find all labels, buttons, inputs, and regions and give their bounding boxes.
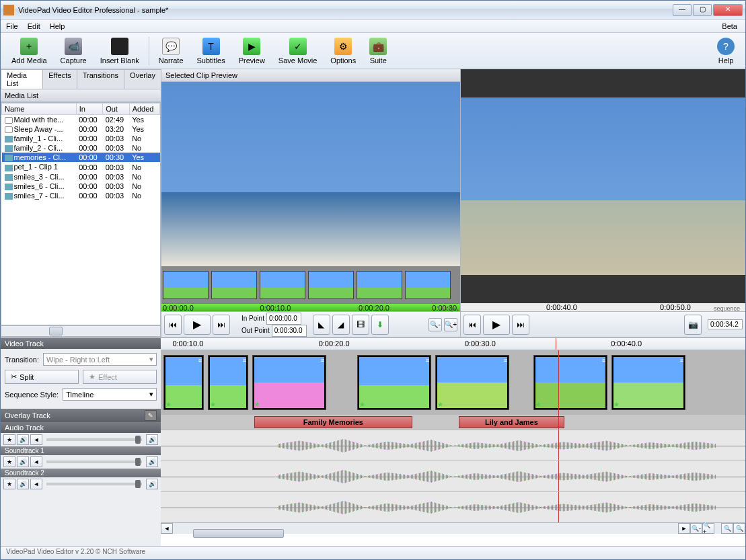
col-added[interactable]: Added (129, 104, 159, 115)
col-name[interactable]: Name (2, 104, 77, 115)
clip-add-button[interactable]: ⬇ (371, 315, 389, 335)
zoom-out-icon[interactable]: 🔍- (428, 318, 442, 331)
out-point-value[interactable]: 0:00:30.0 (272, 325, 307, 337)
speaker-icon[interactable]: 🔊 (17, 434, 29, 445)
capture-button[interactable]: 📹Capture (54, 36, 94, 66)
overlay-clip[interactable]: Family Memories (254, 416, 412, 428)
add-media-button[interactable]: ＋Add Media (5, 36, 54, 66)
maximize-button[interactable]: ▢ (693, 4, 712, 16)
timeline-scrollbar[interactable]: ◄ ► 🔍- 🔍+ 🔍 🔍 (161, 522, 745, 534)
save-movie-button[interactable]: ✓Save Movie (272, 36, 324, 66)
menu-edit[interactable]: Edit (28, 22, 40, 30)
titlebar[interactable]: VideoPad Video Editor Professional - sam… (1, 1, 745, 19)
seq-style-select[interactable]: Timeline▾ (63, 388, 157, 401)
set-in-button[interactable]: ◣ (313, 315, 330, 335)
media-row[interactable]: Maid with the...00:0002:49Yes (2, 115, 160, 125)
zoom-in-icon[interactable]: 🔍+ (444, 318, 457, 331)
insert-blank-button[interactable]: Insert Blank (94, 36, 146, 66)
zoom-in-icon[interactable]: 🔍+ (702, 523, 714, 534)
playhead[interactable] (558, 350, 559, 415)
star-icon[interactable]: ★ (3, 479, 15, 489)
media-row[interactable]: family_2 - Cli...00:0000:03No (2, 143, 160, 153)
scroll-right-icon[interactable]: ► (678, 523, 690, 534)
soundtrack-2-lane[interactable] (161, 491, 745, 522)
thumb-item[interactable] (357, 271, 402, 299)
media-table[interactable]: Name In Out Added Maid with the...00:000… (1, 102, 161, 325)
media-row[interactable]: smiles_7 - Cli...00:0000:03No (2, 191, 160, 200)
speaker-icon[interactable]: 🔊 (17, 479, 29, 489)
menu-file[interactable]: File (6, 22, 18, 30)
volume-slider[interactable] (46, 461, 142, 463)
video-clip[interactable]: ★≡ (357, 355, 431, 410)
scroll-left-icon[interactable]: ◄ (161, 523, 173, 534)
volume-slider[interactable] (46, 438, 142, 441)
zoom-out-icon[interactable]: 🔍- (690, 523, 702, 534)
overlay-clip[interactable]: Lily and James (459, 416, 564, 428)
narrate-button[interactable]: 💬Narrate (152, 36, 190, 66)
col-out[interactable]: Out (103, 104, 129, 115)
media-row[interactable]: pet_1 - Clip 100:0000:03No (2, 162, 160, 171)
in-point-value[interactable]: 0:00:00.0 (266, 313, 301, 325)
media-row[interactable]: family_1 - Cli...00:0000:03No (2, 134, 160, 143)
timeline-ruler[interactable]: 0:00:10.0 0:00:20.0 0:00:30.0 0:00:40.0 (161, 338, 745, 350)
video-clip[interactable]: ★≡ (252, 355, 326, 410)
overlay-edit-icon[interactable]: ✎ (145, 410, 157, 421)
volume-slider[interactable] (46, 483, 142, 485)
preview-button[interactable]: ▶Preview (232, 36, 272, 66)
soundtrack-1-lane[interactable] (161, 461, 745, 491)
col-in[interactable]: In (76, 104, 102, 115)
vol-min-icon[interactable]: ◄ (30, 456, 42, 467)
seq-play-button[interactable]: ▶ (483, 315, 510, 335)
options-button[interactable]: ⚙Options (324, 36, 363, 66)
sequence-preview-video[interactable] (461, 69, 745, 303)
seq-prev-button[interactable]: ⏮ (463, 315, 481, 335)
seq-next-button[interactable]: ⏭ (512, 315, 529, 335)
vol-max-icon[interactable]: 🔊 (146, 479, 158, 489)
minimize-button[interactable]: — (673, 4, 692, 16)
media-row[interactable]: smiles_6 - Cli...00:0000:03No (2, 182, 160, 191)
playhead[interactable] (558, 415, 559, 430)
speaker-icon[interactable]: 🔊 (17, 456, 29, 467)
vol-min-icon[interactable]: ◄ (30, 434, 42, 445)
clip-effect-button[interactable]: 🎞 (352, 315, 369, 335)
video-clip[interactable]: ★≡ (163, 355, 204, 410)
tab-effects[interactable]: Effects (42, 69, 77, 89)
playhead-marker[interactable] (556, 338, 556, 350)
vol-max-icon[interactable]: 🔊 (146, 434, 158, 445)
media-row[interactable]: memories - Cl...00:0000:30Yes (2, 153, 160, 162)
thumb-item[interactable] (260, 271, 305, 299)
clip-timebar[interactable]: 0:00:00.0 0:00:10.0 0:00:20.0 0:00:30. (161, 303, 460, 311)
close-button[interactable]: ✕ (713, 4, 743, 16)
set-out-button[interactable]: ◢ (332, 315, 350, 335)
help-button[interactable]: ?Help (710, 36, 741, 66)
media-row[interactable]: smiles_3 - Cli...00:0000:03No (2, 172, 160, 182)
video-clip[interactable]: ★≡ (533, 355, 607, 410)
clip-next-button[interactable]: ⏭ (213, 315, 230, 335)
effect-button[interactable]: ★Effect (83, 370, 157, 384)
clip-preview-video[interactable] (161, 82, 460, 266)
clip-prev-button[interactable]: ⏮ (164, 315, 182, 335)
tab-media-list[interactable]: Media List (1, 69, 43, 89)
vol-min-icon[interactable]: ◄ (30, 479, 42, 489)
thumb-item[interactable] (405, 271, 451, 299)
star-icon[interactable]: ★ (3, 434, 15, 445)
subtitles-button[interactable]: TSubtitles (190, 36, 232, 66)
transition-select[interactable]: Wipe - Right to Left▾ (43, 353, 157, 366)
split-button[interactable]: ✂Split (5, 370, 79, 384)
star-icon[interactable]: ★ (3, 456, 15, 467)
zoom-all-icon[interactable]: 🔍 (733, 523, 745, 534)
suite-button[interactable]: 💼Suite (363, 36, 394, 66)
audio-track-lane[interactable] (161, 430, 745, 461)
tab-overlay[interactable]: Overlay (124, 69, 161, 89)
clip-play-button[interactable]: ▶ (184, 315, 211, 335)
overlay-track[interactable]: Family Memories Lily and James (161, 415, 745, 430)
sequence-timebar[interactable]: 0:00:40.0 0:00:50.0 (461, 303, 745, 311)
video-track[interactable]: ★≡ ★≡ ★≡ ★≡ ★≡ ★≡ ★≡ (161, 350, 745, 415)
clip-thumbstrip[interactable] (161, 266, 460, 303)
video-clip[interactable]: ★≡ (435, 355, 509, 410)
snapshot-button[interactable]: 📷 (684, 315, 702, 335)
media-row[interactable]: Sleep Away -...00:0003:20Yes (2, 124, 160, 134)
media-scrollbar[interactable] (1, 325, 161, 337)
zoom-fit-icon[interactable]: 🔍 (721, 523, 733, 534)
menu-help[interactable]: Help (50, 22, 65, 30)
